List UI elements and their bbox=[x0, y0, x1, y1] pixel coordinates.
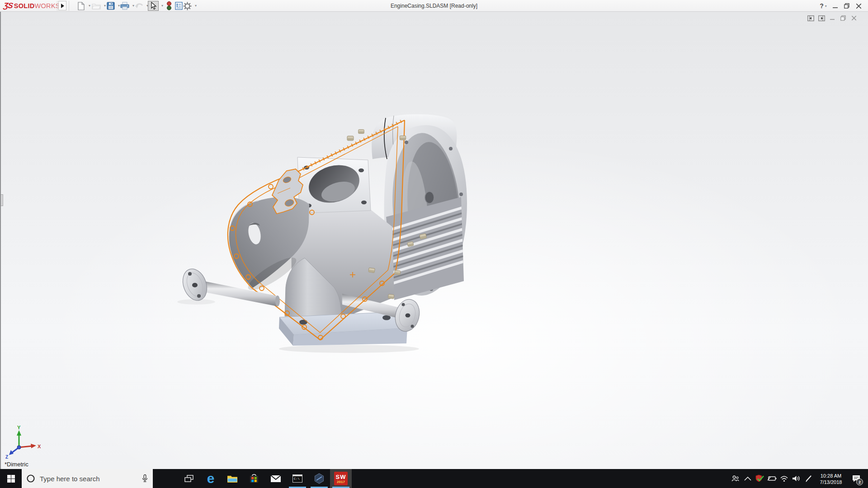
new-document-icon bbox=[77, 2, 85, 10]
search-placeholder-text: Type here to search bbox=[40, 475, 137, 483]
doc-minimize-icon bbox=[830, 16, 835, 20]
solidworks-logo-mark-icon: ƷS bbox=[3, 1, 14, 10]
windows-ink-button[interactable] bbox=[802, 469, 815, 488]
select-tool-button[interactable] bbox=[148, 1, 159, 11]
doc-minimize-button[interactable] bbox=[828, 14, 836, 22]
taskbar-mail-button[interactable] bbox=[265, 469, 287, 488]
undo-icon bbox=[135, 2, 144, 9]
pane-right-button[interactable] bbox=[817, 14, 826, 22]
clock-date: 7/13/2018 bbox=[815, 479, 847, 485]
model-shadow bbox=[279, 345, 419, 353]
minimize-icon bbox=[833, 4, 838, 9]
restore-button[interactable] bbox=[841, 0, 853, 12]
save-floppy-icon bbox=[107, 2, 115, 10]
doc-restore-icon bbox=[840, 15, 846, 21]
clock-time: 10:28 AM bbox=[815, 473, 847, 479]
graphics-viewport[interactable]: Y X Z *Dimetric bbox=[0, 12, 868, 469]
doc-close-button[interactable] bbox=[850, 14, 858, 22]
orientation-triad: Y X Z bbox=[4, 424, 42, 459]
chevron-up-icon bbox=[744, 477, 751, 481]
windows-logo-icon bbox=[7, 475, 15, 483]
start-button[interactable] bbox=[0, 469, 22, 488]
titlebar: ƷS SOLIDWORKS ▾ ▾ ▾ bbox=[0, 0, 868, 12]
triad-z-label: Z bbox=[5, 455, 8, 459]
close-icon bbox=[856, 4, 861, 9]
window-controls: ?▾ bbox=[817, 0, 864, 12]
volume-tray-button[interactable] bbox=[790, 469, 802, 488]
base-plate-part[interactable] bbox=[279, 312, 407, 346]
power-tray-button[interactable] bbox=[766, 469, 778, 488]
open-button[interactable] bbox=[91, 1, 102, 11]
solidworks-monitor-tray[interactable] bbox=[754, 469, 766, 488]
taskbar-edge-button[interactable]: e bbox=[200, 469, 222, 488]
logo-text-solid: SOLID bbox=[14, 2, 35, 9]
taskbar-cmd-button[interactable]: C:\ bbox=[287, 469, 308, 488]
cortana-icon bbox=[26, 474, 35, 483]
task-view-icon bbox=[184, 475, 193, 483]
help-button[interactable]: ?▾ bbox=[817, 0, 829, 12]
feature-panel-splitter[interactable] bbox=[1, 194, 3, 206]
3d-model-engine-casing[interactable] bbox=[1, 12, 868, 469]
options-dropdown[interactable]: ▾ bbox=[193, 4, 198, 8]
traffic-light-icon bbox=[166, 1, 172, 10]
pane-left-icon bbox=[807, 15, 814, 21]
system-tray: 10:28 AM 7/13/2018 2 bbox=[729, 469, 868, 488]
notification-badge: 2 bbox=[856, 479, 863, 485]
restore-icon bbox=[844, 3, 849, 9]
doc-close-icon bbox=[852, 16, 856, 20]
network-tray-button[interactable] bbox=[778, 469, 790, 488]
battery-plug-icon bbox=[767, 475, 777, 482]
command-prompt-icon: C:\ bbox=[292, 474, 302, 483]
pane-left-button[interactable] bbox=[807, 14, 815, 22]
taskbar-clock[interactable]: 10:28 AM 7/13/2018 bbox=[815, 472, 847, 485]
edge-icon: e bbox=[207, 472, 215, 485]
solidworks-app-icon: SW 2017 bbox=[334, 472, 348, 485]
task-view-button[interactable] bbox=[178, 469, 200, 488]
solidworks-shield-check-icon bbox=[755, 474, 764, 483]
taskbar-hexagon-app-button[interactable] bbox=[308, 469, 330, 488]
wifi-icon bbox=[780, 475, 788, 482]
print-icon bbox=[120, 2, 129, 10]
people-button[interactable] bbox=[729, 469, 741, 488]
flyout-arrow-icon bbox=[61, 4, 64, 8]
taskbar-solidworks-button[interactable]: SW 2017 bbox=[330, 469, 352, 488]
print-button[interactable] bbox=[119, 1, 130, 11]
people-icon bbox=[731, 475, 739, 482]
gear-icon bbox=[183, 2, 192, 10]
toolbar-separator bbox=[69, 1, 69, 11]
document-window-controls bbox=[807, 14, 858, 22]
minimize-button[interactable] bbox=[829, 0, 841, 12]
logo-text-works: WORKS bbox=[35, 2, 60, 9]
open-folder-icon bbox=[92, 2, 101, 9]
taskbar-store-button[interactable] bbox=[243, 469, 265, 488]
action-center-button[interactable]: 2 bbox=[847, 469, 865, 488]
tray-overflow-button[interactable] bbox=[741, 469, 754, 488]
properties-list-icon bbox=[175, 2, 183, 10]
window-title: EngineCasing.SLDASM [Read-only] bbox=[0, 0, 868, 12]
speaker-icon bbox=[792, 475, 801, 482]
file-explorer-icon bbox=[227, 474, 238, 483]
pen-icon bbox=[805, 475, 812, 483]
taskbar: Type here to search e bbox=[0, 469, 868, 488]
options-button[interactable] bbox=[182, 1, 193, 11]
hexagon-app-icon bbox=[314, 473, 324, 484]
pane-right-icon bbox=[818, 15, 825, 21]
doc-restore-button[interactable] bbox=[839, 14, 847, 22]
solidworks-logo: ƷS SOLIDWORKS bbox=[4, 0, 60, 11]
view-orientation-label: *Dimetric bbox=[5, 461, 28, 468]
new-document-button[interactable] bbox=[75, 1, 86, 11]
triad-x-label: X bbox=[38, 444, 41, 449]
menu-flyout-button[interactable] bbox=[58, 1, 66, 10]
undo-button[interactable] bbox=[134, 1, 145, 11]
save-button[interactable] bbox=[105, 1, 116, 11]
close-button[interactable] bbox=[853, 0, 864, 12]
microphone-icon[interactable] bbox=[142, 474, 148, 483]
taskbar-apps: e C: bbox=[178, 469, 352, 488]
mail-icon bbox=[270, 475, 281, 483]
taskbar-explorer-button[interactable] bbox=[222, 469, 243, 488]
housing-hub bbox=[425, 192, 434, 203]
triad-y-label: Y bbox=[17, 425, 21, 430]
microsoft-store-icon bbox=[249, 474, 259, 483]
cursor-arrow-icon bbox=[150, 2, 157, 10]
taskbar-search-box[interactable]: Type here to search bbox=[22, 469, 153, 488]
